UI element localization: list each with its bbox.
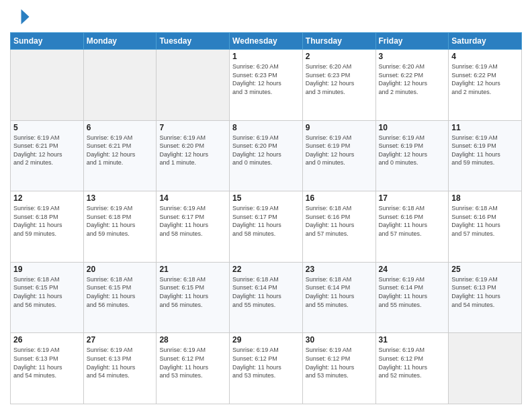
day-number: 5	[13, 123, 81, 132]
weekday-thursday: Thursday	[302, 33, 375, 50]
weekday-tuesday: Tuesday	[157, 33, 230, 50]
day-info: Sunrise: 6:19 AM Sunset: 6:19 PM Dayligh…	[306, 134, 373, 167]
week-row-0: 1Sunrise: 6:20 AM Sunset: 6:23 PM Daylig…	[11, 50, 522, 121]
day-info: Sunrise: 6:19 AM Sunset: 6:21 PM Dayligh…	[13, 134, 81, 167]
calendar-cell: 6Sunrise: 6:19 AM Sunset: 6:21 PM Daylig…	[83, 120, 157, 191]
calendar-cell: 10Sunrise: 6:19 AM Sunset: 6:19 PM Dayli…	[375, 120, 449, 191]
calendar-cell: 21Sunrise: 6:18 AM Sunset: 6:15 PM Dayli…	[157, 262, 230, 333]
day-info: Sunrise: 6:18 AM Sunset: 6:16 PM Dayligh…	[306, 204, 373, 238]
calendar-cell: 1Sunrise: 6:20 AM Sunset: 6:23 PM Daylig…	[230, 50, 303, 121]
day-number: 31	[379, 335, 446, 345]
day-number: 26	[13, 335, 81, 345]
day-number: 4	[451, 52, 519, 61]
calendar-cell	[449, 333, 522, 404]
day-info: Sunrise: 6:20 AM Sunset: 6:23 PM Dayligh…	[232, 62, 300, 96]
day-number: 14	[159, 193, 226, 203]
calendar-cell: 19Sunrise: 6:18 AM Sunset: 6:15 PM Dayli…	[11, 262, 84, 333]
day-number: 1	[232, 52, 300, 61]
calendar-cell: 31Sunrise: 6:19 AM Sunset: 6:12 PM Dayli…	[375, 333, 449, 404]
calendar-cell: 7Sunrise: 6:19 AM Sunset: 6:20 PM Daylig…	[157, 120, 230, 191]
day-number: 10	[379, 123, 446, 132]
day-number: 2	[306, 52, 373, 61]
calendar-cell: 13Sunrise: 6:19 AM Sunset: 6:18 PM Dayli…	[83, 191, 157, 263]
day-info: Sunrise: 6:19 AM Sunset: 6:12 PM Dayligh…	[159, 346, 226, 379]
week-row-2: 12Sunrise: 6:19 AM Sunset: 6:18 PM Dayli…	[11, 191, 522, 263]
day-info: Sunrise: 6:18 AM Sunset: 6:14 PM Dayligh…	[306, 275, 373, 309]
day-number: 9	[306, 123, 373, 132]
svg-marker-0	[21, 9, 30, 25]
calendar-cell: 4Sunrise: 6:19 AM Sunset: 6:22 PM Daylig…	[449, 50, 522, 121]
day-info: Sunrise: 6:18 AM Sunset: 6:15 PM Dayligh…	[87, 275, 154, 309]
day-number: 7	[159, 123, 226, 132]
day-number: 21	[159, 265, 226, 274]
calendar-cell: 26Sunrise: 6:19 AM Sunset: 6:13 PM Dayli…	[11, 333, 84, 404]
day-info: Sunrise: 6:19 AM Sunset: 6:13 PM Dayligh…	[451, 275, 519, 309]
calendar-cell: 20Sunrise: 6:18 AM Sunset: 6:15 PM Dayli…	[83, 262, 157, 333]
day-info: Sunrise: 6:19 AM Sunset: 6:12 PM Dayligh…	[232, 346, 300, 379]
calendar-cell: 28Sunrise: 6:19 AM Sunset: 6:12 PM Dayli…	[157, 333, 230, 404]
day-info: Sunrise: 6:19 AM Sunset: 6:17 PM Dayligh…	[232, 204, 300, 238]
weekday-sunday: Sunday	[11, 33, 84, 50]
calendar-cell: 9Sunrise: 6:19 AM Sunset: 6:19 PM Daylig…	[302, 120, 375, 191]
day-number: 28	[159, 335, 226, 345]
day-info: Sunrise: 6:18 AM Sunset: 6:15 PM Dayligh…	[13, 275, 81, 309]
day-info: Sunrise: 6:19 AM Sunset: 6:13 PM Dayligh…	[13, 346, 81, 379]
day-number: 29	[232, 335, 300, 345]
page: SundayMondayTuesdayWednesdayThursdayFrid…	[0, 0, 532, 411]
day-info: Sunrise: 6:19 AM Sunset: 6:13 PM Dayligh…	[87, 346, 154, 379]
weekday-friday: Friday	[375, 33, 449, 50]
day-info: Sunrise: 6:18 AM Sunset: 6:14 PM Dayligh…	[232, 275, 300, 309]
logo-icon	[10, 7, 30, 27]
calendar-cell: 15Sunrise: 6:19 AM Sunset: 6:17 PM Dayli…	[230, 191, 303, 263]
calendar-cell: 22Sunrise: 6:18 AM Sunset: 6:14 PM Dayli…	[230, 262, 303, 333]
day-info: Sunrise: 6:19 AM Sunset: 6:21 PM Dayligh…	[87, 134, 154, 167]
day-info: Sunrise: 6:19 AM Sunset: 6:17 PM Dayligh…	[159, 204, 226, 238]
day-number: 12	[13, 193, 81, 203]
header	[10, 7, 522, 27]
day-number: 23	[306, 265, 373, 274]
day-number: 24	[379, 265, 446, 274]
calendar-cell: 3Sunrise: 6:20 AM Sunset: 6:22 PM Daylig…	[375, 50, 449, 121]
week-row-3: 19Sunrise: 6:18 AM Sunset: 6:15 PM Dayli…	[11, 262, 522, 333]
day-info: Sunrise: 6:19 AM Sunset: 6:12 PM Dayligh…	[306, 346, 373, 379]
day-number: 16	[306, 193, 373, 203]
logo	[10, 7, 33, 27]
day-number: 22	[232, 265, 300, 274]
day-info: Sunrise: 6:19 AM Sunset: 6:20 PM Dayligh…	[232, 134, 300, 167]
calendar-cell: 24Sunrise: 6:19 AM Sunset: 6:14 PM Dayli…	[375, 262, 449, 333]
day-number: 6	[87, 123, 154, 132]
day-number: 19	[13, 265, 81, 274]
calendar-cell: 18Sunrise: 6:18 AM Sunset: 6:16 PM Dayli…	[449, 191, 522, 263]
calendar-cell: 29Sunrise: 6:19 AM Sunset: 6:12 PM Dayli…	[230, 333, 303, 404]
calendar-cell: 14Sunrise: 6:19 AM Sunset: 6:17 PM Dayli…	[157, 191, 230, 263]
calendar-cell: 8Sunrise: 6:19 AM Sunset: 6:20 PM Daylig…	[230, 120, 303, 191]
calendar-cell: 16Sunrise: 6:18 AM Sunset: 6:16 PM Dayli…	[302, 191, 375, 263]
calendar-cell: 12Sunrise: 6:19 AM Sunset: 6:18 PM Dayli…	[11, 191, 84, 263]
calendar-cell: 27Sunrise: 6:19 AM Sunset: 6:13 PM Dayli…	[83, 333, 157, 404]
day-number: 11	[451, 123, 519, 132]
day-info: Sunrise: 6:18 AM Sunset: 6:16 PM Dayligh…	[379, 204, 446, 238]
day-number: 17	[379, 193, 446, 203]
calendar-cell: 2Sunrise: 6:20 AM Sunset: 6:23 PM Daylig…	[302, 50, 375, 121]
day-info: Sunrise: 6:18 AM Sunset: 6:16 PM Dayligh…	[451, 204, 519, 238]
weekday-wednesday: Wednesday	[230, 33, 303, 50]
calendar-cell: 17Sunrise: 6:18 AM Sunset: 6:16 PM Dayli…	[375, 191, 449, 263]
calendar-table: SundayMondayTuesdayWednesdayThursdayFrid…	[10, 32, 522, 404]
day-number: 8	[232, 123, 300, 132]
day-info: Sunrise: 6:19 AM Sunset: 6:22 PM Dayligh…	[451, 62, 519, 96]
week-row-4: 26Sunrise: 6:19 AM Sunset: 6:13 PM Dayli…	[11, 333, 522, 404]
day-number: 18	[451, 193, 519, 203]
day-number: 13	[87, 193, 154, 203]
calendar-cell: 23Sunrise: 6:18 AM Sunset: 6:14 PM Dayli…	[302, 262, 375, 333]
day-info: Sunrise: 6:18 AM Sunset: 6:15 PM Dayligh…	[159, 275, 226, 309]
day-number: 30	[306, 335, 373, 345]
day-number: 15	[232, 193, 300, 203]
weekday-saturday: Saturday	[449, 33, 522, 50]
calendar-cell: 11Sunrise: 6:19 AM Sunset: 6:19 PM Dayli…	[449, 120, 522, 191]
weekday-monday: Monday	[83, 33, 157, 50]
day-number: 3	[379, 52, 446, 61]
day-info: Sunrise: 6:19 AM Sunset: 6:12 PM Dayligh…	[379, 346, 446, 379]
calendar-cell: 30Sunrise: 6:19 AM Sunset: 6:12 PM Dayli…	[302, 333, 375, 404]
day-number: 20	[87, 265, 154, 274]
calendar-cell: 25Sunrise: 6:19 AM Sunset: 6:13 PM Dayli…	[449, 262, 522, 333]
